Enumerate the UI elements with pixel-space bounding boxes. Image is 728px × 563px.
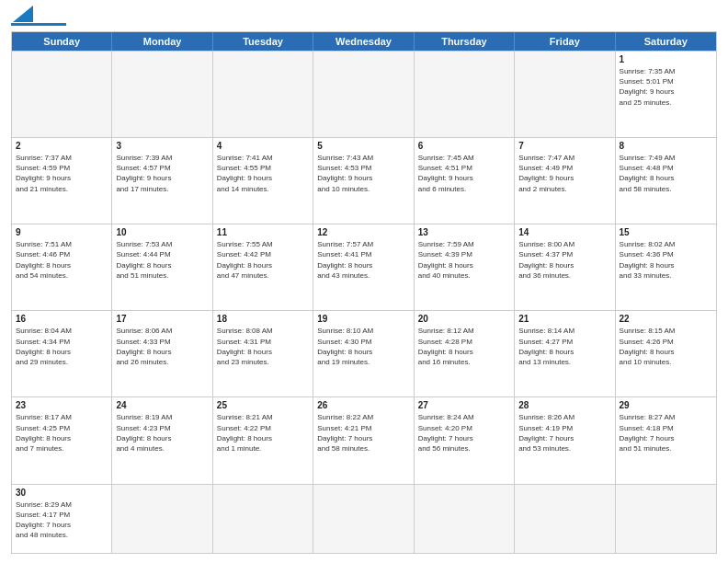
calendar-cell: 4Sunrise: 7:41 AM Sunset: 4:55 PM Daylig…: [213, 138, 313, 224]
calendar-cell: 7Sunrise: 7:47 AM Sunset: 4:49 PM Daylig…: [515, 138, 615, 224]
day-info: Sunrise: 8:27 AM Sunset: 4:18 PM Dayligh…: [620, 412, 712, 454]
calendar-cell: [515, 485, 615, 553]
page: SundayMondayTuesdayWednesdayThursdayFrid…: [0, 0, 728, 563]
svg-marker-0: [13, 6, 33, 22]
logo: [11, 9, 66, 26]
calendar-cell: 9Sunrise: 7:51 AM Sunset: 4:46 PM Daylig…: [12, 224, 112, 310]
day-info: Sunrise: 7:39 AM Sunset: 4:57 PM Dayligh…: [116, 153, 208, 194]
day-number: 28: [518, 400, 610, 410]
day-number: 4: [217, 141, 309, 151]
day-info: Sunrise: 8:24 AM Sunset: 4:20 PM Dayligh…: [418, 412, 510, 454]
day-number: 16: [16, 314, 108, 324]
calendar-cell: 6Sunrise: 7:45 AM Sunset: 4:51 PM Daylig…: [415, 138, 515, 224]
day-number: 1: [620, 54, 712, 64]
calendar-cell: 19Sunrise: 8:10 AM Sunset: 4:30 PM Dayli…: [313, 311, 414, 396]
calendar-cell: 8Sunrise: 7:49 AM Sunset: 4:48 PM Daylig…: [616, 138, 716, 224]
calendar-cell: 3Sunrise: 7:39 AM Sunset: 4:57 PM Daylig…: [112, 138, 212, 224]
day-number: 6: [418, 141, 510, 151]
calendar-cell: 14Sunrise: 8:00 AM Sunset: 4:37 PM Dayli…: [515, 224, 615, 310]
calendar-cell: 18Sunrise: 8:08 AM Sunset: 4:31 PM Dayli…: [213, 311, 313, 396]
day-info: Sunrise: 7:45 AM Sunset: 4:51 PM Dayligh…: [418, 153, 510, 194]
day-number: 2: [16, 141, 108, 151]
day-number: 3: [116, 141, 208, 151]
calendar-cell: [515, 52, 615, 137]
calendar-cell: 24Sunrise: 8:19 AM Sunset: 4:23 PM Dayli…: [112, 397, 212, 483]
calendar-row-0: 1Sunrise: 7:35 AM Sunset: 5:01 PM Daylig…: [12, 51, 716, 137]
day-info: Sunrise: 8:17 AM Sunset: 4:25 PM Dayligh…: [16, 412, 108, 454]
day-number: 13: [418, 227, 510, 237]
calendar-cell: 12Sunrise: 7:57 AM Sunset: 4:41 PM Dayli…: [313, 224, 414, 310]
day-number: 7: [518, 141, 610, 151]
day-number: 30: [16, 488, 108, 498]
day-info: Sunrise: 8:04 AM Sunset: 4:34 PM Dayligh…: [16, 326, 108, 367]
day-info: Sunrise: 7:59 AM Sunset: 4:39 PM Dayligh…: [418, 239, 510, 281]
day-info: Sunrise: 7:53 AM Sunset: 4:44 PM Dayligh…: [116, 239, 208, 281]
day-info: Sunrise: 8:22 AM Sunset: 4:21 PM Dayligh…: [317, 412, 409, 454]
calendar-cell: 10Sunrise: 7:53 AM Sunset: 4:44 PM Dayli…: [112, 224, 212, 310]
calendar-row-3: 16Sunrise: 8:04 AM Sunset: 4:34 PM Dayli…: [12, 310, 716, 396]
calendar-cell: 13Sunrise: 7:59 AM Sunset: 4:39 PM Dayli…: [415, 224, 515, 310]
day-number: 22: [620, 314, 712, 324]
calendar-cell: [616, 485, 716, 553]
calendar-cell: [213, 485, 313, 553]
day-number: 12: [317, 227, 409, 237]
calendar-cell: 25Sunrise: 8:21 AM Sunset: 4:22 PM Dayli…: [213, 397, 313, 483]
day-number: 5: [317, 141, 409, 151]
weekday-header-sunday: Sunday: [12, 32, 112, 51]
weekday-header-saturday: Saturday: [616, 32, 716, 51]
day-number: 26: [317, 400, 409, 410]
day-info: Sunrise: 8:19 AM Sunset: 4:23 PM Dayligh…: [116, 412, 208, 454]
day-info: Sunrise: 8:06 AM Sunset: 4:33 PM Dayligh…: [116, 326, 208, 367]
day-info: Sunrise: 8:12 AM Sunset: 4:28 PM Dayligh…: [418, 326, 510, 367]
day-number: 10: [116, 227, 208, 237]
calendar-cell: 28Sunrise: 8:26 AM Sunset: 4:19 PM Dayli…: [515, 397, 615, 483]
day-info: Sunrise: 7:43 AM Sunset: 4:53 PM Dayligh…: [317, 153, 409, 194]
calendar-cell: [112, 485, 212, 553]
weekday-header-tuesday: Tuesday: [213, 32, 313, 51]
calendar-row-2: 9Sunrise: 7:51 AM Sunset: 4:46 PM Daylig…: [12, 224, 716, 310]
day-number: 15: [620, 227, 712, 237]
header: [11, 9, 717, 26]
day-number: 8: [620, 141, 712, 151]
day-number: 25: [217, 400, 309, 410]
day-info: Sunrise: 7:35 AM Sunset: 5:01 PM Dayligh…: [620, 66, 712, 108]
day-number: 29: [620, 400, 712, 410]
calendar-cell: 1Sunrise: 7:35 AM Sunset: 5:01 PM Daylig…: [616, 52, 716, 137]
calendar-row-5: 30Sunrise: 8:29 AM Sunset: 4:17 PM Dayli…: [12, 484, 716, 553]
weekday-header-friday: Friday: [515, 32, 615, 51]
calendar-header: SundayMondayTuesdayWednesdayThursdayFrid…: [12, 32, 716, 51]
weekday-header-thursday: Thursday: [415, 32, 515, 51]
day-info: Sunrise: 7:51 AM Sunset: 4:46 PM Dayligh…: [16, 239, 108, 281]
calendar-cell: 2Sunrise: 7:37 AM Sunset: 4:59 PM Daylig…: [12, 138, 112, 224]
calendar-cell: 20Sunrise: 8:12 AM Sunset: 4:28 PM Dayli…: [415, 311, 515, 396]
calendar-cell: [415, 52, 515, 137]
day-info: Sunrise: 8:00 AM Sunset: 4:37 PM Dayligh…: [518, 239, 610, 281]
day-number: 24: [116, 400, 208, 410]
day-info: Sunrise: 8:15 AM Sunset: 4:26 PM Dayligh…: [620, 326, 712, 367]
day-number: 17: [116, 314, 208, 324]
day-number: 18: [217, 314, 309, 324]
day-info: Sunrise: 8:14 AM Sunset: 4:27 PM Dayligh…: [518, 326, 610, 367]
calendar: SundayMondayTuesdayWednesdayThursdayFrid…: [11, 31, 717, 554]
day-info: Sunrise: 7:55 AM Sunset: 4:42 PM Dayligh…: [217, 239, 309, 281]
day-info: Sunrise: 8:29 AM Sunset: 4:17 PM Dayligh…: [16, 500, 108, 541]
calendar-cell: 30Sunrise: 8:29 AM Sunset: 4:17 PM Dayli…: [12, 485, 112, 553]
day-info: Sunrise: 8:10 AM Sunset: 4:30 PM Dayligh…: [317, 326, 409, 367]
day-number: 19: [317, 314, 409, 324]
day-info: Sunrise: 7:47 AM Sunset: 4:49 PM Dayligh…: [518, 153, 610, 194]
calendar-cell: [313, 52, 414, 137]
calendar-cell: 16Sunrise: 8:04 AM Sunset: 4:34 PM Dayli…: [12, 311, 112, 396]
calendar-cell: [415, 485, 515, 553]
day-number: 27: [418, 400, 510, 410]
calendar-cell: [12, 52, 112, 137]
day-info: Sunrise: 7:41 AM Sunset: 4:55 PM Dayligh…: [217, 153, 309, 194]
calendar-row-1: 2Sunrise: 7:37 AM Sunset: 4:59 PM Daylig…: [12, 137, 716, 224]
calendar-cell: [213, 52, 313, 137]
day-number: 20: [418, 314, 510, 324]
calendar-cell: 15Sunrise: 8:02 AM Sunset: 4:36 PM Dayli…: [616, 224, 716, 310]
weekday-header-monday: Monday: [112, 32, 212, 51]
calendar-row-4: 23Sunrise: 8:17 AM Sunset: 4:25 PM Dayli…: [12, 396, 716, 483]
calendar-cell: 26Sunrise: 8:22 AM Sunset: 4:21 PM Dayli…: [313, 397, 414, 483]
day-info: Sunrise: 8:21 AM Sunset: 4:22 PM Dayligh…: [217, 412, 309, 454]
calendar-cell: [112, 52, 212, 137]
